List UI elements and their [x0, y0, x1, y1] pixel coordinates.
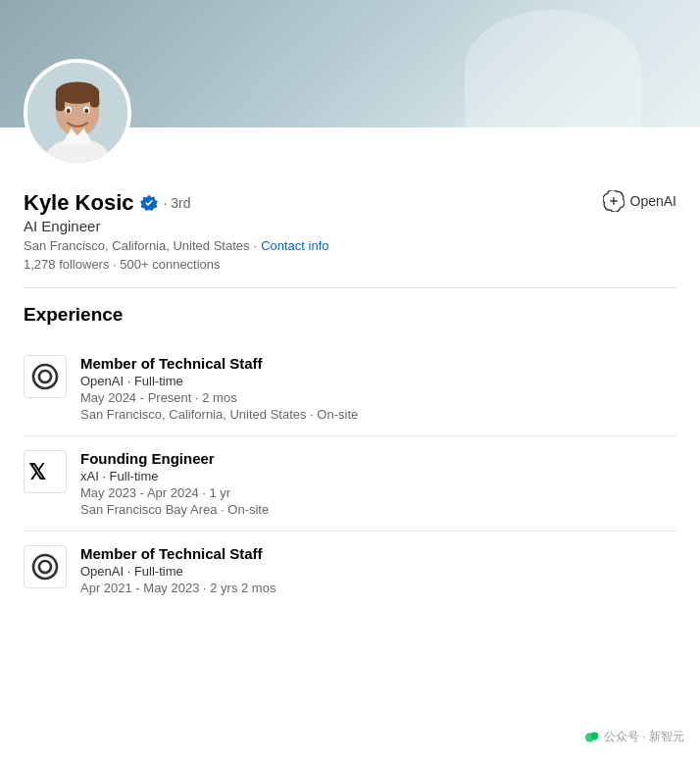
contact-info-link[interactable]: Contact info	[261, 238, 328, 253]
svg-rect-5	[56, 93, 65, 112]
svg-point-10	[84, 109, 88, 114]
experience-item-3: Member of Technical Staff OpenAI · Full-…	[24, 532, 676, 611]
profile-photo	[24, 59, 131, 167]
profile-top-row: Kyle Kosic · 3rd OpenAI	[24, 190, 676, 216]
exp-location-1: San Francisco, California, United States…	[80, 407, 676, 422]
exp-company-2: xAI · Full-time	[80, 469, 676, 483]
profile-name-row: Kyle Kosic · 3rd	[24, 190, 191, 216]
location-separator: ·	[254, 238, 258, 253]
profile-name: Kyle Kosic	[24, 190, 134, 216]
openai-company-badge: OpenAI	[603, 190, 676, 212]
wechat-icon	[584, 730, 600, 745]
svg-point-9	[67, 109, 71, 114]
exp-dates-3: Apr 2021 - May 2023 · 2 yrs 2 mos	[80, 581, 676, 595]
exp-company-1: OpenAI · Full-time	[80, 374, 676, 388]
openai-badge-label: OpenAI	[630, 193, 676, 209]
svg-point-13	[590, 732, 598, 739]
profile-title: AI Engineer	[24, 218, 676, 234]
profile-location: San Francisco, California, United States	[24, 238, 250, 253]
exp-details-1: Member of Technical Staff OpenAI · Full-…	[80, 355, 676, 422]
watermark-text: 公众号 · 新智元	[604, 729, 684, 745]
watermark: 公众号 · 新智元	[584, 729, 684, 745]
experience-section: Experience Member of Technical Staff Ope…	[0, 304, 700, 611]
profile-location-row: San Francisco, California, United States…	[24, 238, 676, 253]
exp-company-3: OpenAI · Full-time	[80, 564, 676, 579]
experience-item-2: 𝕏 Founding Engineer xAI · Full-time May …	[24, 436, 676, 532]
exp-dates-1: May 2024 - Present · 2 mos	[80, 390, 676, 405]
degree-badge: · 3rd	[164, 195, 191, 211]
connections-text: · 500+ connections	[113, 257, 221, 272]
experience-title: Experience	[0, 304, 700, 326]
company-logo-openai-2	[24, 545, 67, 588]
followers-count: 1,278 followers	[24, 257, 109, 272]
exp-location-2: San Francisco Bay Area · On-site	[80, 502, 676, 517]
svg-rect-6	[90, 93, 99, 108]
exp-title-3: Member of Technical Staff	[80, 545, 676, 562]
experience-list: Member of Technical Staff OpenAI · Full-…	[0, 341, 700, 611]
openai-logo-icon	[603, 190, 625, 212]
banner-decoration	[465, 10, 641, 127]
exp-title-2: Founding Engineer	[80, 450, 676, 467]
section-divider	[24, 287, 676, 288]
company-logo-xai: 𝕏	[24, 450, 67, 493]
company-logo-openai-1	[24, 355, 67, 398]
profile-banner	[0, 0, 700, 127]
exp-dates-2: May 2023 - Apr 2024 · 1 yr	[80, 485, 676, 500]
svg-text:𝕏: 𝕏	[28, 460, 46, 484]
exp-details-2: Founding Engineer xAI · Full-time May 20…	[80, 450, 676, 517]
verified-icon	[140, 194, 158, 212]
exp-title-1: Member of Technical Staff	[80, 355, 676, 372]
experience-item-1: Member of Technical Staff OpenAI · Full-…	[24, 341, 676, 436]
profile-followers-row: 1,278 followers · 500+ connections	[24, 257, 676, 272]
exp-details-3: Member of Technical Staff OpenAI · Full-…	[80, 545, 676, 597]
